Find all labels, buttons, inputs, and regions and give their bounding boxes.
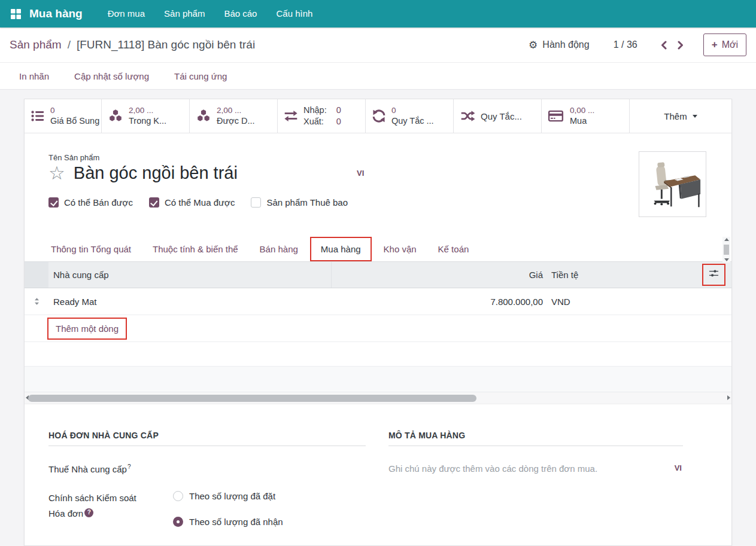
- checkbox-subscription-product[interactable]: Sản phẩm Thuê bao: [251, 197, 348, 208]
- apps-grid-icon[interactable]: [11, 9, 21, 19]
- tab-attributes-variants[interactable]: Thuộc tính & biến thể: [143, 237, 248, 261]
- column-header-price[interactable]: Giá: [331, 262, 546, 288]
- form-button-strip: In nhãn Cập nhật số lượng Tái cung ứng: [0, 63, 756, 90]
- stat-button-extra-prices[interactable]: 0 Giá Bổ Sung: [25, 99, 102, 133]
- update-quantity-button[interactable]: Cập nhật số lượng: [74, 71, 149, 81]
- column-header-vendor[interactable]: Nhà cung cấp: [48, 270, 331, 280]
- translation-badge[interactable]: VI: [357, 169, 364, 178]
- action-menu-button[interactable]: Hành động: [529, 39, 590, 51]
- cell-price[interactable]: 7.800.000,00: [331, 297, 546, 307]
- refresh-icon: [371, 108, 387, 124]
- print-labels-button[interactable]: In nhãn: [19, 71, 49, 81]
- new-record-button[interactable]: + Mới: [703, 33, 746, 56]
- checkbox-can-be-sold[interactable]: Có thể Bán được: [48, 197, 133, 208]
- vertical-scrollbar-thumb[interactable]: [724, 245, 729, 255]
- product-image[interactable]: [639, 151, 706, 217]
- horizontal-scrollbar-thumb[interactable]: [28, 395, 476, 402]
- stat-label: Giá Bổ Sung: [50, 115, 96, 126]
- stat-more-dropdown[interactable]: Thêm: [630, 99, 731, 133]
- control-policy-label-line2: Hóa đơn: [48, 508, 83, 518]
- add-line-row: Thêm một dòng: [25, 315, 731, 342]
- radio-label: Theo số lượng đã nhận: [189, 517, 283, 527]
- stat-button-purchased[interactable]: 0,00 ... Mua: [542, 99, 630, 133]
- stat-value: 2,00 ...: [129, 106, 166, 116]
- menu-configuration[interactable]: Cấu hình: [266, 0, 322, 28]
- stat-value: 2,00 ...: [217, 106, 255, 116]
- stat-button-on-hand[interactable]: 2,00 ... Trong K...: [102, 99, 190, 133]
- product-header: Tên Sản phẩm Bàn góc ngồi bên trái VI: [25, 133, 731, 237]
- menu-purchase-orders[interactable]: Đơn mua: [98, 0, 154, 28]
- control-panel-right: Hành động 1 / 36 + Mới: [529, 33, 746, 56]
- scroll-down-arrow-icon[interactable]: [724, 258, 729, 261]
- menu-products[interactable]: Sản phẩm: [154, 0, 214, 28]
- tab-inventory[interactable]: Kho vận: [374, 237, 426, 261]
- transfer-arrows-icon: [283, 108, 299, 124]
- tab-purchase-active[interactable]: Mua hàng: [310, 237, 372, 261]
- stat-label: Mua: [570, 115, 594, 126]
- stat-button-putaway-rules[interactable]: Quy Tắc...: [454, 99, 542, 133]
- column-header-currency[interactable]: Tiền tệ: [546, 270, 696, 280]
- breadcrumb-separator: /: [68, 38, 71, 51]
- help-badge-icon[interactable]: ?: [84, 508, 93, 517]
- stat-button-in-out[interactable]: Nhập: 0 Xuất: 0: [278, 99, 366, 133]
- radio-on-received-quantities[interactable]: Theo số lượng đã nhận: [173, 517, 283, 527]
- radio-label: Theo số lượng đã đặt: [189, 491, 275, 501]
- stat-in-value: 0: [336, 105, 341, 116]
- menu-reporting[interactable]: Báo cáo: [214, 0, 266, 28]
- purchase-description-group: MÔ TẢ MUA HÀNG Ghi chú này được thêm vào…: [388, 431, 683, 527]
- notebook-tabs: Thông tin Tổng quát Thuộc tính & biến th…: [25, 237, 731, 262]
- vendor-bills-title: HOÁ ĐƠN NHÀ CUNG CẤP: [48, 431, 366, 446]
- vendor-table-row[interactable]: Ready Mat 7.800.000,00 VND: [25, 288, 731, 315]
- cubes-icon: [195, 108, 212, 124]
- stat-in-label: Nhập:: [303, 105, 327, 116]
- empty-table-row-shaded: [25, 367, 731, 392]
- cubes-icon: [107, 108, 124, 124]
- stat-value: 0: [50, 106, 96, 116]
- radio-unselected-icon: [173, 491, 183, 501]
- pager-next-button[interactable]: [672, 38, 689, 52]
- plus-icon: +: [712, 39, 718, 51]
- caret-down-icon: [693, 115, 697, 118]
- add-a-line-link[interactable]: Thêm một dòng: [56, 324, 119, 334]
- control-policy-options: Theo số lượng đã đặt Theo số lượng đã nh…: [173, 490, 283, 527]
- optional-columns-icon[interactable]: [708, 268, 719, 282]
- tab-accounting[interactable]: Kế toán: [429, 237, 479, 261]
- product-name-field[interactable]: Bàn góc ngồi bên trái: [74, 163, 238, 183]
- help-question-mark[interactable]: ?: [127, 463, 131, 470]
- control-policy-row: Chính sách Kiểm soát Hóa đơn? Theo số lư…: [48, 490, 366, 527]
- vertical-scrollbar[interactable]: [722, 237, 730, 263]
- app-title[interactable]: Mua hàng: [29, 7, 83, 20]
- checkbox-label: Có thể Bán được: [64, 197, 133, 208]
- checkbox-unchecked-icon: [251, 197, 261, 208]
- drag-handle-icon[interactable]: [25, 297, 48, 306]
- replenish-button[interactable]: Tái cung ứng: [174, 71, 227, 81]
- stat-out-label: Xuất:: [303, 116, 327, 127]
- stat-button-reordering-rules[interactable]: 0 Quy Tắc ...: [366, 99, 454, 133]
- pager-previous-button[interactable]: [655, 38, 672, 52]
- scroll-up-arrow-icon[interactable]: [724, 238, 729, 241]
- chevron-right-icon: [677, 41, 684, 50]
- cell-currency[interactable]: VND: [546, 297, 696, 307]
- tab-sales[interactable]: Bán hàng: [250, 237, 308, 261]
- favorite-star-icon[interactable]: [48, 164, 65, 182]
- stat-label: Được D...: [217, 115, 255, 126]
- checkbox-label: Có thể Mua được: [165, 197, 235, 208]
- stat-value: 0,00 ...: [570, 106, 594, 116]
- stat-label: Quy Tắc...: [481, 111, 522, 121]
- purchase-description-placeholder[interactable]: Ghi chú này được thêm vào các dòng trên …: [388, 463, 597, 474]
- horizontal-scrollbar[interactable]: [25, 392, 731, 404]
- radio-selected-icon: [173, 517, 183, 527]
- vendor-tax-label: Thuế Nhà cung cấp?: [48, 463, 366, 474]
- translation-badge[interactable]: VI: [675, 463, 682, 472]
- checkbox-can-be-purchased[interactable]: Có thể Mua được: [149, 197, 235, 208]
- tab-general-information[interactable]: Thông tin Tổng quát: [41, 237, 141, 261]
- pager-count[interactable]: 1 / 36: [614, 39, 637, 50]
- top-navbar: Mua hàng Đơn mua Sản phẩm Báo cáo Cấu hì…: [0, 0, 756, 28]
- vendor-tax-label-text: Thuế Nhà cung cấp: [48, 464, 127, 474]
- stat-button-forecasted[interactable]: 2,00 ... Được D...: [190, 99, 278, 133]
- radio-on-ordered-quantities[interactable]: Theo số lượng đã đặt: [173, 491, 283, 501]
- scroll-right-arrow-icon[interactable]: [727, 395, 730, 400]
- cell-vendor[interactable]: Ready Mat: [48, 297, 331, 307]
- stat-value: 0: [391, 106, 434, 116]
- breadcrumb-parent-link[interactable]: Sản phẩm: [10, 38, 62, 51]
